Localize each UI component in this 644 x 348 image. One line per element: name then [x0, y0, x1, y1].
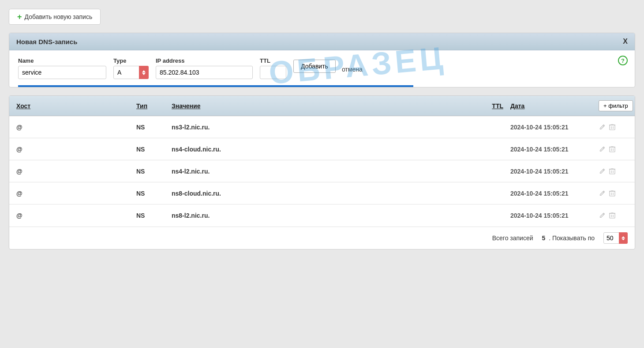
filter-button[interactable]: + фильтр [599, 100, 633, 111]
type-select-wrapper: A AAAA CNAME MX NS TXT SRV [113, 66, 149, 79]
col-header-host[interactable]: Хост [9, 98, 133, 114]
cell-host-4: @ [9, 208, 133, 223]
value-sort-link[interactable]: Значение [172, 102, 200, 110]
col-header-type[interactable]: Тип [133, 98, 168, 114]
cell-value-4: ns8-l2.nic.ru. [168, 208, 476, 223]
svg-rect-8 [610, 169, 615, 174]
ttl-sort-link[interactable]: TTL [492, 102, 503, 110]
cell-actions-1 [595, 141, 635, 157]
table-footer: Всего записей 5 . Показывать по 50 25 10… [9, 227, 635, 249]
total-count: 5 [542, 235, 545, 242]
progress-bar [18, 85, 413, 87]
cell-actions-2 [595, 163, 635, 179]
cell-host-2: @ [9, 163, 133, 179]
cell-ttl-3 [476, 189, 507, 198]
cell-actions-3 [595, 185, 635, 201]
cell-date-2: 2024-10-24 15:05:21 [507, 163, 595, 179]
cell-type-1: NS [133, 141, 168, 157]
dns-table-section: Хост Тип Значение TTL Дата + фильтр @ NS… [9, 95, 635, 250]
table-row: @ NS ns8-cloud.nic.ru. 2024-10-24 15:05:… [9, 182, 635, 204]
svg-rect-12 [610, 191, 615, 196]
cell-actions-4 [595, 208, 635, 223]
cell-date-4: 2024-10-24 15:05:21 [507, 208, 595, 223]
cell-value-0: ns3-l2.nic.ru. [168, 119, 476, 135]
edit-button-3[interactable] [599, 190, 606, 197]
cell-ttl-0 [476, 123, 507, 132]
name-input[interactable] [18, 66, 106, 79]
show-label: . Показывать по [549, 235, 595, 242]
form-add-button[interactable]: Добавить [293, 60, 336, 73]
table-row: @ NS ns8-l2.nic.ru. 2024-10-24 15:05:21 [9, 204, 635, 227]
help-icon[interactable]: ? [618, 56, 628, 65]
cell-ttl-2 [476, 167, 507, 176]
cell-host-0: @ [9, 119, 133, 135]
delete-button-3[interactable] [609, 190, 615, 197]
col-header-ttl[interactable]: TTL [476, 98, 507, 114]
name-label: Name [18, 57, 106, 64]
total-label: Всего записей [492, 235, 533, 242]
cell-host-3: @ [9, 185, 133, 201]
plus-icon: + [17, 13, 22, 21]
dns-panel-body: ? ОБРАЗЕЦ Name Type A AAAA CNAME MX NS [9, 50, 635, 87]
cell-type-0: NS [133, 119, 168, 135]
delete-button-2[interactable] [609, 168, 615, 175]
per-page-wrapper: 50 25 100 [603, 232, 628, 244]
table-row: @ NS ns3-l2.nic.ru. 2024-10-24 15:05:21 [9, 116, 635, 138]
dns-panel-close-button[interactable]: X [623, 38, 628, 45]
cell-type-3: NS [133, 185, 168, 201]
svg-rect-4 [610, 147, 615, 152]
dns-panel-header: Новая DNS-запись X [9, 33, 635, 50]
col-header-value[interactable]: Значение [168, 98, 476, 114]
form-cancel-button[interactable]: отмена [340, 66, 364, 73]
type-sort-link[interactable]: Тип [136, 102, 147, 110]
delete-button-0[interactable] [609, 124, 615, 131]
ip-label: IP address [156, 57, 253, 64]
type-select[interactable]: A AAAA CNAME MX NS TXT SRV [113, 66, 149, 79]
dns-form-panel: Новая DNS-запись X ? ОБРАЗЕЦ Name Type A… [9, 33, 635, 87]
form-actions: Добавить отмена [293, 60, 364, 79]
ttl-label: TTL [260, 57, 286, 64]
delete-button-4[interactable] [609, 212, 615, 219]
delete-button-1[interactable] [609, 146, 615, 153]
svg-rect-16 [610, 213, 615, 218]
cell-date-0: 2024-10-24 15:05:21 [507, 119, 595, 135]
table-body: @ NS ns3-l2.nic.ru. 2024-10-24 15:05:21 [9, 116, 635, 227]
edit-button-4[interactable] [599, 212, 606, 219]
col-header-actions: + фильтр [595, 96, 635, 116]
dns-panel-title: Новая DNS-запись [16, 38, 77, 45]
svg-rect-0 [610, 125, 615, 130]
per-page-select[interactable]: 50 25 100 [603, 232, 628, 244]
name-field-group: Name [18, 57, 106, 79]
cell-actions-0 [595, 119, 635, 135]
ttl-input[interactable] [260, 66, 286, 79]
add-button-label: Добавить новую запись [25, 13, 93, 20]
ttl-field-group: TTL [260, 57, 286, 79]
host-sort-link[interactable]: Хост [16, 102, 30, 110]
ip-field-group: IP address [156, 57, 253, 79]
cell-ttl-4 [476, 211, 507, 220]
cell-type-4: NS [133, 208, 168, 223]
table-header-row: Хост Тип Значение TTL Дата + фильтр [9, 96, 635, 116]
date-sort-link[interactable]: Дата [510, 102, 524, 110]
cell-date-1: 2024-10-24 15:05:21 [507, 141, 595, 157]
cell-value-1: ns4-cloud.nic.ru. [168, 141, 476, 157]
edit-button-0[interactable] [599, 124, 606, 131]
type-field-group: Type A AAAA CNAME MX NS TXT SRV [113, 57, 149, 79]
cell-value-3: ns8-cloud.nic.ru. [168, 185, 476, 201]
col-header-date[interactable]: Дата [507, 98, 595, 114]
cell-host-1: @ [9, 141, 133, 157]
add-record-button[interactable]: + Добавить новую запись [9, 9, 101, 25]
cell-date-3: 2024-10-24 15:05:21 [507, 185, 595, 201]
dns-form-row: Name Type A AAAA CNAME MX NS TXT SRV [18, 57, 626, 85]
cell-type-2: NS [133, 163, 168, 179]
table-row: @ NS ns4-cloud.nic.ru. 2024-10-24 15:05:… [9, 138, 635, 160]
cell-value-2: ns4-l2.nic.ru. [168, 163, 476, 179]
cell-ttl-1 [476, 145, 507, 154]
type-label: Type [113, 57, 149, 64]
edit-button-2[interactable] [599, 168, 606, 175]
table-row: @ NS ns4-l2.nic.ru. 2024-10-24 15:05:21 [9, 160, 635, 182]
edit-button-1[interactable] [599, 146, 606, 153]
ip-input[interactable] [156, 66, 253, 79]
